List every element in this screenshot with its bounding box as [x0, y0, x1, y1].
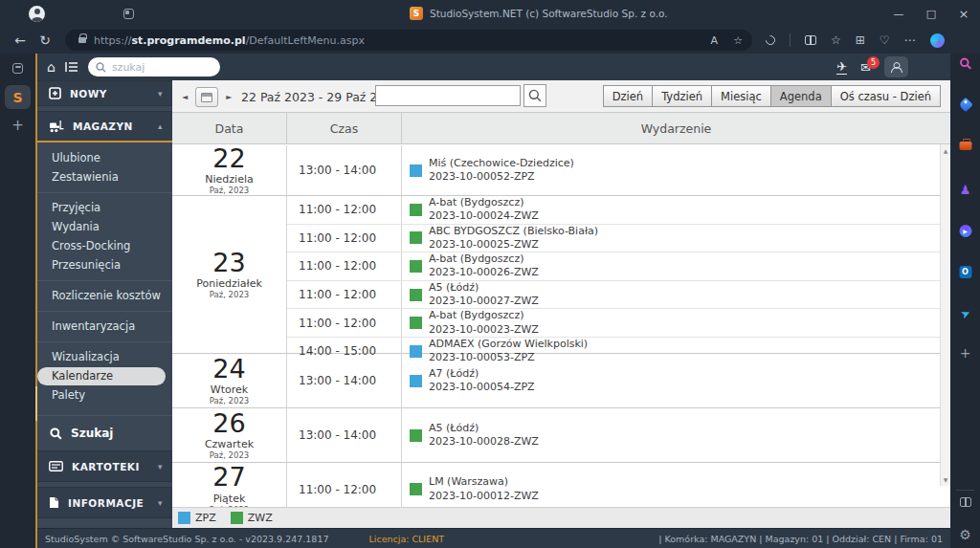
app-header: ⌂ ✈ ✉ 5	[37, 54, 950, 80]
view-button-o-czasu-dzie[interactable]: Oś czasu - Dzień	[832, 85, 941, 107]
tab-list-icon[interactable]	[12, 63, 23, 74]
date-wd: Czwartek	[205, 438, 254, 450]
event-text: A-bat (Bydgoszcz)2023-10-00026-ZWZ	[429, 252, 539, 280]
view-button-miesi-c[interactable]: Miesiąc	[712, 85, 771, 107]
sidebar-item-palety[interactable]: Palety	[37, 386, 172, 405]
sidebar-section-magazyn[interactable]: MAGAZYN ▴	[37, 111, 172, 142]
agenda-event-row[interactable]: 13:00 - 14:00A7 (Łódź)2023-10-00054-ZPZ	[287, 354, 950, 407]
sidebar-item-rozliczenie-koszt-w[interactable]: Rozliczenie kosztów	[37, 287, 172, 305]
agenda-event-row[interactable]: 11:00 - 12:00LM (Warszawa)2023-10-00012-…	[287, 463, 950, 507]
legend-color-icon	[231, 512, 243, 524]
messages-icon[interactable]: ✉ 5	[860, 60, 871, 75]
event-type-color-icon	[410, 429, 422, 442]
workspace-icon[interactable]	[123, 9, 134, 19]
global-search-input[interactable]	[112, 61, 198, 74]
agenda-event-row[interactable]: 11:00 - 12:00A5 (Łódź)2023-10-00027-ZWZ	[287, 281, 950, 310]
refresh-icon[interactable]: ↻	[33, 33, 57, 48]
favorites-icon[interactable]: ☆	[831, 33, 841, 47]
event-search-button[interactable]	[523, 84, 546, 107]
event-type-color-icon	[410, 204, 422, 216]
event-type-color-icon	[410, 260, 422, 273]
prev-period-icon[interactable]: ◄	[180, 93, 189, 101]
sidebar-item-przesuni-cia[interactable]: Przesunięcia	[37, 256, 172, 274]
active-tab[interactable]: S	[5, 85, 31, 109]
outline-menu-icon[interactable]	[65, 61, 78, 73]
event-text: A5 (Łódź)2023-10-00028-ZWZ	[429, 422, 539, 449]
sidebar-item-kalendarze[interactable]: Kalendarze	[37, 367, 166, 385]
tools-icon[interactable]	[959, 142, 971, 150]
scroll-down-icon[interactable]: ▼	[944, 473, 948, 486]
event-cell: LM (Warszawa)2023-10-00012-ZWZ	[402, 463, 950, 507]
window-controls: — □ ×	[882, 0, 980, 27]
sidebar-item-zestawienia[interactable]: Zestawienia	[37, 168, 172, 186]
agenda-event-row[interactable]: 13:00 - 14:00Miś (Czechowice-Dziedzice)2…	[287, 145, 950, 195]
sidebar-item-ulubione[interactable]: Ulubione	[37, 149, 172, 167]
date-cell: 24WtorekPaź, 2023	[172, 354, 287, 407]
view-button-dzie[interactable]: Dzień	[603, 85, 653, 107]
extensions-icon[interactable]	[764, 33, 777, 47]
event-cell: A5 (Łódź)2023-10-00028-ZWZ	[402, 408, 950, 462]
day-group-23: 23PoniedziałekPaź, 202311:00 - 12:00A-ba…	[172, 196, 950, 354]
shopping-icon[interactable]	[960, 99, 970, 110]
drop-icon[interactable]: ➤	[958, 306, 972, 322]
agenda-event-row[interactable]: 13:00 - 14:00A5 (Łódź)2023-10-00028-ZWZ	[287, 408, 950, 462]
view-button-tydzie[interactable]: Tydzień	[653, 85, 712, 107]
vertical-scrollbar[interactable]: ▲ ▼	[940, 144, 950, 486]
agenda-event-row[interactable]: 11:00 - 12:00A-bat (Bydgoszcz)2023-10-00…	[287, 309, 950, 338]
menu-separator	[37, 192, 172, 193]
sidebar-panel-icon[interactable]	[960, 497, 971, 507]
browser-profile-avatar[interactable]	[29, 6, 45, 22]
sidebar-item-wizualizacja[interactable]: Wizualizacja	[37, 348, 172, 366]
user-account-button[interactable]	[884, 56, 908, 77]
event-text: A-bat (Bydgoszcz)2023-10-00024-ZWZ	[429, 196, 539, 224]
date-picker-button[interactable]	[195, 87, 218, 107]
context-info-text: | Komórka: MAGAZYN | Magazyn: 01 | Oddzi…	[658, 534, 943, 544]
new-tab-button[interactable]: +	[11, 117, 24, 134]
event-title: LM (Warszawa)	[429, 475, 539, 489]
split-screen-icon[interactable]	[805, 35, 816, 45]
view-button-agenda[interactable]: Agenda	[771, 85, 832, 107]
menu-separator	[37, 280, 172, 281]
outlook-icon[interactable]: O	[959, 266, 971, 278]
copilot-icon[interactable]	[930, 33, 945, 48]
sidebar-section-nowy[interactable]: NOWY ▾	[37, 80, 172, 106]
back-icon[interactable]: ←	[8, 33, 33, 48]
maximize-button[interactable]: □	[915, 0, 947, 27]
sidebar-item-szukaj[interactable]: Szukaj	[37, 422, 172, 445]
browser-essentials-icon[interactable]: ♡	[880, 33, 890, 47]
media-icon[interactable]: ▶	[959, 225, 971, 237]
sidebar-section-informacje[interactable]: INFORMACJE ▾	[37, 487, 172, 518]
browser-titlebar: S StudioSystem.NET (c) SoftwareStudio Sp…	[0, 0, 980, 27]
browser-tab[interactable]: S StudioSystem.NET (c) SoftwareStudio Sp…	[410, 7, 668, 20]
games-icon[interactable]: ♟	[960, 183, 971, 197]
more-menu-icon[interactable]: ⋯	[904, 33, 916, 47]
sidebar-search-icon[interactable]	[959, 57, 971, 70]
sidebar-item-przyj-cia[interactable]: Przyjęcia	[37, 199, 172, 217]
collections-icon[interactable]: ⊞	[856, 33, 865, 47]
global-search[interactable]	[88, 57, 220, 77]
next-period-icon[interactable]: ►	[224, 93, 234, 101]
event-title: A7 (Łódź)	[429, 367, 535, 381]
minimize-button[interactable]: —	[882, 0, 915, 27]
agenda-event-row[interactable]: 11:00 - 12:00A-bat (Bydgoszcz)2023-10-00…	[287, 196, 950, 225]
settings-gear-icon[interactable]: ⚙	[959, 527, 971, 542]
url-bar[interactable]: https://st.programdemo.pl/DefaultLeftMen…	[65, 30, 752, 51]
sidebar-section-kartoteki[interactable]: KARTOTEKI ▾	[37, 450, 172, 482]
sidebar-item-inwentaryzacja[interactable]: Inwentaryzacja	[37, 318, 172, 336]
sidebar-menu: UlubioneZestawieniaPrzyjęciaWydaniaCross…	[37, 142, 172, 409]
sidebar-item-cross-docking[interactable]: Cross-Docking	[37, 237, 172, 255]
agenda-event-row[interactable]: 11:00 - 12:00ABC BYDGOSZCZ (Bielsko-Biał…	[287, 225, 950, 253]
chevron-up-icon: ▴	[158, 121, 163, 131]
close-button[interactable]: ×	[947, 0, 980, 27]
menu-separator	[37, 415, 172, 416]
shipments-icon[interactable]: ✈	[836, 60, 847, 75]
agenda-body: 22NiedzielaPaź, 202313:00 - 14:00Miś (Cz…	[172, 145, 950, 507]
add-sidebar-app-icon[interactable]: +	[960, 345, 971, 361]
agenda-event-row[interactable]: 11:00 - 12:00A-bat (Bydgoszcz)2023-10-00…	[287, 252, 950, 281]
scroll-up-icon[interactable]: ▲	[944, 144, 948, 157]
favorite-star-icon[interactable]: ☆	[733, 34, 743, 47]
sidebar-item-wydania[interactable]: Wydania	[37, 218, 172, 236]
read-aloud-icon[interactable]: A	[711, 34, 719, 47]
home-icon[interactable]: ⌂	[47, 59, 56, 75]
event-search-input[interactable]	[375, 85, 521, 106]
